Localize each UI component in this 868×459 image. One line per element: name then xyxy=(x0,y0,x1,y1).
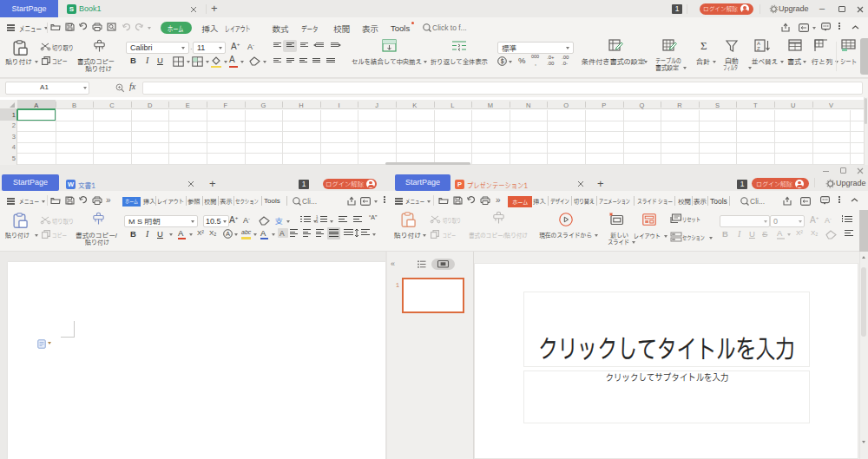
svg-text:S: S xyxy=(501,58,505,64)
svg-text:A: A xyxy=(226,230,230,238)
svg-text:A: A xyxy=(757,41,760,46)
svg-text:Z: Z xyxy=(757,46,760,51)
